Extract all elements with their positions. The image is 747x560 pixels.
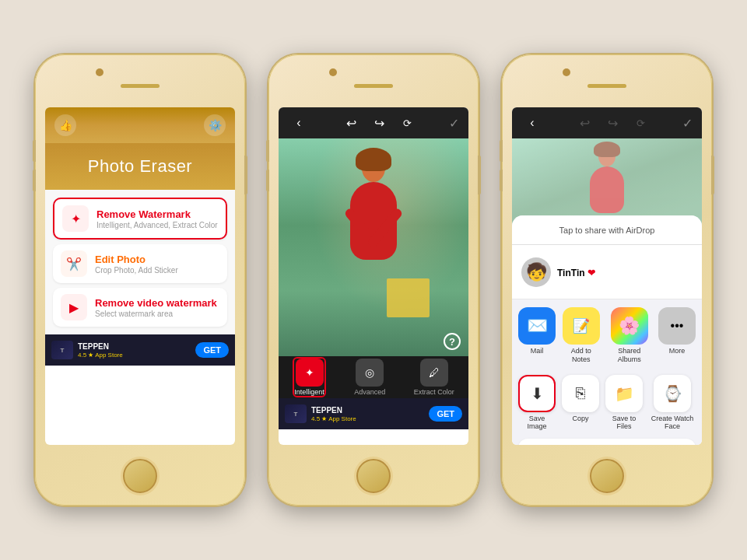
phone-2: ‹ ↩ ↪ ⟳ ✓ ? <box>268 54 479 506</box>
watch-face-icon: ⌚ <box>654 375 691 412</box>
remove-watermark-option[interactable]: ✦ Remove Watermark Intelligent, Advanced… <box>53 198 227 240</box>
ad-banner: T TEPPEN 4.5 ★ App Store GET <box>45 334 235 366</box>
power-btn-3 <box>711 156 714 194</box>
edit-subtitle: Crop Photo, Add Sticker <box>95 266 219 275</box>
redo-icon-3[interactable]: ↪ <box>602 112 624 134</box>
front-camera-2 <box>329 68 337 76</box>
editor-toolbar: ‹ ↩ ↪ ⟳ ✓ <box>279 107 468 138</box>
speaker-3 <box>587 84 626 88</box>
ad-stars-2: 4.5 ★ App Store <box>311 415 356 422</box>
airdrop-bar: Tap to share with AirDrop <box>512 215 702 245</box>
ad-logo-2: T <box>285 404 307 423</box>
cancel-button[interactable]: Cancel <box>518 439 696 445</box>
notes-share-item[interactable]: 📝 Add to Notes <box>562 307 601 364</box>
volume-down-btn-2 <box>266 170 269 191</box>
editor-canvas: ? <box>279 138 468 356</box>
cancel-btn-row: Cancel <box>512 434 702 445</box>
wm-title: Remove Watermark <box>96 208 218 220</box>
advanced-icon: ◎ <box>356 359 384 387</box>
advanced-label: Advanced <box>354 388 385 396</box>
copy-item[interactable]: ⎘ Copy <box>562 375 599 432</box>
power-btn-2 <box>478 156 481 194</box>
remove-video-watermark-option[interactable]: ▶ Remove video watermark Select watermar… <box>53 288 227 327</box>
done-icon[interactable]: ✓ <box>449 116 459 131</box>
home-button-2[interactable] <box>356 459 391 493</box>
share-sheet: Tap to share with AirDrop 🧒 TinTin ❤ ✉️ … <box>512 215 702 445</box>
ad-banner-2: T TEPPEN 4.5 ★ App Store GET <box>279 398 468 429</box>
save-image-icon: ⬇ <box>518 375 556 412</box>
ad-get-button-2[interactable]: GET <box>429 406 462 422</box>
more-share-item[interactable]: ••• More <box>658 307 696 364</box>
bottom-toolbox: ✦ Intelligent ◎ Advanced 🖊 Extract Color <box>279 356 468 398</box>
done-icon-3[interactable]: ✓ <box>682 116 693 131</box>
redo-icon[interactable]: ↪ <box>369 112 391 134</box>
phone-3-screen: ‹ ↩ ↪ ⟳ ✓ Tap to share with AirDrop <box>512 107 702 445</box>
options-list: ✦ Remove Watermark Intelligent, Advanced… <box>45 190 235 334</box>
undo-icon[interactable]: ↩ <box>341 112 363 134</box>
extract-color-icon: 🖊 <box>420 359 448 387</box>
contact-name: TinTin ❤ <box>557 268 595 278</box>
copy-icon: ⎘ <box>562 375 599 412</box>
save-image-item[interactable]: ⬇ Save Image <box>518 375 556 432</box>
more-label: More <box>669 347 686 355</box>
speaker <box>121 84 160 88</box>
share-icons-row: ✉️ Mail 📝 Add to Notes 🌸 Shared Albums •… <box>512 299 702 372</box>
extract-color-label: Extract Color <box>414 388 454 396</box>
back-icon[interactable]: ‹ <box>288 112 310 134</box>
volume-up-btn-3 <box>500 140 503 162</box>
back-icon-3[interactable]: ‹ <box>521 112 543 134</box>
video-icon: ▶ <box>61 294 87 320</box>
mail-share-item[interactable]: ✉️ Mail <box>518 307 556 364</box>
intelligent-label: Intelligent <box>294 388 324 396</box>
thumbs-up-icon: 👍 <box>54 114 76 136</box>
wm-subtitle: Intelligent, Advanced, Extract Color <box>96 221 218 229</box>
vid-subtitle: Select watermark area <box>95 310 219 318</box>
editor-toolbar-3: ‹ ↩ ↪ ⟳ ✓ <box>512 107 702 138</box>
power-btn <box>244 156 247 194</box>
mail-label: Mail <box>531 347 544 355</box>
advanced-tool[interactable]: ◎ Advanced <box>354 359 385 396</box>
home-button-3[interactable] <box>590 459 624 493</box>
phone-1-screen: 👍 ⚙️ Photo Eraser ✦ Remove Watermark Int… <box>45 107 235 445</box>
ad-get-button[interactable]: GET <box>195 342 229 358</box>
help-icon[interactable]: ? <box>444 333 461 350</box>
scissors-icon: ✂️ <box>61 250 87 277</box>
edit-photo-option[interactable]: ✂️ Edit Photo Crop Photo, Add Sticker <box>53 244 227 283</box>
create-watch-face-item[interactable]: ⌚ Create Watch Face <box>649 375 696 432</box>
settings-icon: ⚙️ <box>204 114 226 136</box>
selection-box <box>387 278 430 317</box>
volume-up-btn-2 <box>266 140 269 162</box>
notes-label: Add to Notes <box>562 347 601 364</box>
shared-albums-label: Shared Albums <box>607 347 652 364</box>
ad-name: TEPPEN <box>78 342 191 351</box>
contacts-row: 🧒 TinTin ❤ <box>512 245 702 299</box>
shared-albums-item[interactable]: 🌸 Shared Albums <box>607 307 652 364</box>
save-to-files-item[interactable]: 📁 Save to Files <box>605 375 643 432</box>
undo-icon-3[interactable]: ↩ <box>574 112 596 134</box>
phone-2-screen: ‹ ↩ ↪ ⟳ ✓ ? <box>279 107 468 445</box>
intelligent-icon: ✦ <box>296 359 324 387</box>
copy-label: Copy <box>572 415 588 423</box>
loading-icon-3: ⟳ <box>630 112 652 134</box>
airdrop-label: Tap to share with AirDrop <box>559 226 655 235</box>
front-camera <box>96 68 103 76</box>
vid-title: Remove video watermark <box>95 297 219 309</box>
phone-3-bezel-bottom <box>502 446 712 506</box>
phone-2-bezel-bottom <box>268 446 479 506</box>
extract-color-tool[interactable]: 🖊 Extract Color <box>414 359 454 396</box>
volume-down-btn-3 <box>500 170 503 191</box>
home-button[interactable] <box>123 459 157 493</box>
phone-3-bezel-top <box>502 54 712 107</box>
app-title-area: Photo Eraser <box>45 143 235 190</box>
watch-face-label: Create Watch Face <box>649 415 696 432</box>
save-files-label: Save to Files <box>605 415 643 432</box>
phone-2-bezel-top <box>268 54 479 107</box>
phone-1: 👍 ⚙️ Photo Eraser ✦ Remove Watermark Int… <box>35 54 245 506</box>
intelligent-tool[interactable]: ✦ Intelligent <box>293 357 326 397</box>
ad-stars: 4.5 ★ App Store <box>78 352 123 359</box>
phone-3: ‹ ↩ ↪ ⟳ ✓ Tap to share with AirDrop <box>502 54 712 506</box>
more-icon: ••• <box>658 307 696 345</box>
phone-1-bezel-bottom <box>35 446 245 506</box>
ad-logo: T <box>51 341 73 359</box>
ad-name-2: TEPPEN <box>311 406 424 415</box>
